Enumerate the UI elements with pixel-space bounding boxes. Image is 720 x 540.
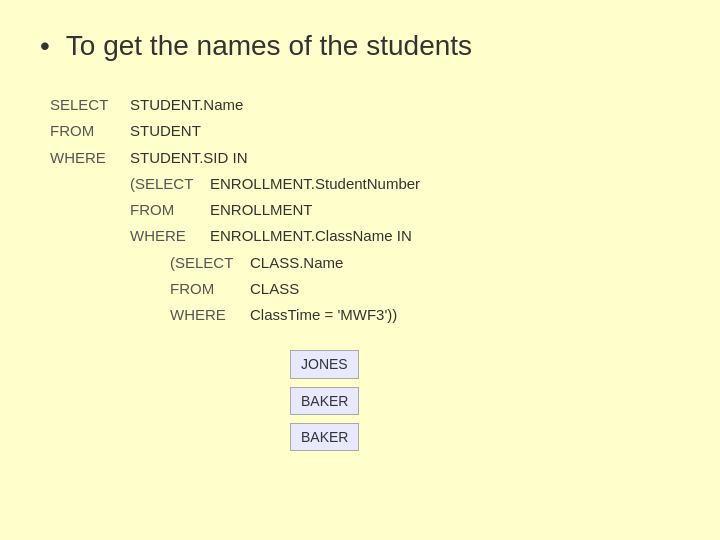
subselect1-value: ENROLLMENT.StudentNumber [210,171,420,197]
bullet: • [40,30,50,62]
subfrom1-keyword: FROM [130,197,210,223]
result-row-jones: JONES [290,350,359,378]
results-area: JONES BAKER BAKER [290,342,680,451]
subselect1-keyword: (SELECT [130,171,210,197]
subselect2-value: CLASS.Name [250,250,343,276]
from-row: FROM STUDENT [50,118,680,144]
title-row: • To get the names of the students [40,30,680,62]
subfrom1-row: FROM ENROLLMENT [50,197,680,223]
where-keyword: WHERE [50,145,130,171]
subwhere1-row: WHERE ENROLLMENT.ClassName IN [50,223,680,249]
slide: • To get the names of the students SELEC… [0,0,720,540]
subwhere1-keyword: WHERE [130,223,210,249]
subwhere2-value: ClassTime = 'MWF3')) [250,302,397,328]
subselect1-row: (SELECT ENROLLMENT.StudentNumber [50,171,680,197]
subwhere2-row: WHERE ClassTime = 'MWF3')) [50,302,680,328]
subfrom1-value: ENROLLMENT [210,197,313,223]
slide-title: To get the names of the students [66,30,472,62]
select-keyword: SELECT [50,92,130,118]
subwhere2-keyword: WHERE [170,302,250,328]
from-value: STUDENT [130,118,201,144]
subfrom2-row: FROM CLASS [50,276,680,302]
subfrom2-value: CLASS [250,276,299,302]
from-keyword: FROM [50,118,130,144]
select-value: STUDENT.Name [130,92,243,118]
subfrom2-keyword: FROM [170,276,250,302]
select-row: SELECT STUDENT.Name [50,92,680,118]
result-row-baker1: BAKER [290,387,359,415]
result-row-baker2: BAKER [290,423,359,451]
where-value: STUDENT.SID IN [130,145,248,171]
where-row: WHERE STUDENT.SID IN [50,145,680,171]
subselect2-keyword: (SELECT [170,250,250,276]
subwhere1-value: ENROLLMENT.ClassName IN [210,223,412,249]
subselect2-row: (SELECT CLASS.Name [50,250,680,276]
query-block: SELECT STUDENT.Name FROM STUDENT WHERE S… [50,92,680,328]
